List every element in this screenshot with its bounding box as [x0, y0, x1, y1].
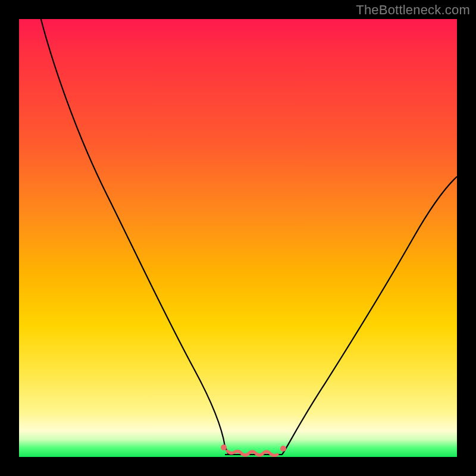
- watermark-text: TheBottleneck.com: [356, 2, 470, 18]
- plot-area: [19, 19, 457, 457]
- curve-right-branch: [282, 177, 457, 455]
- curve-left-branch: [41, 19, 228, 455]
- floor-accent-dot-right: [280, 446, 286, 452]
- floor-accent-dot-left: [221, 444, 227, 450]
- chart-frame: TheBottleneck.com: [0, 0, 476, 476]
- bottleneck-curve: [19, 19, 457, 457]
